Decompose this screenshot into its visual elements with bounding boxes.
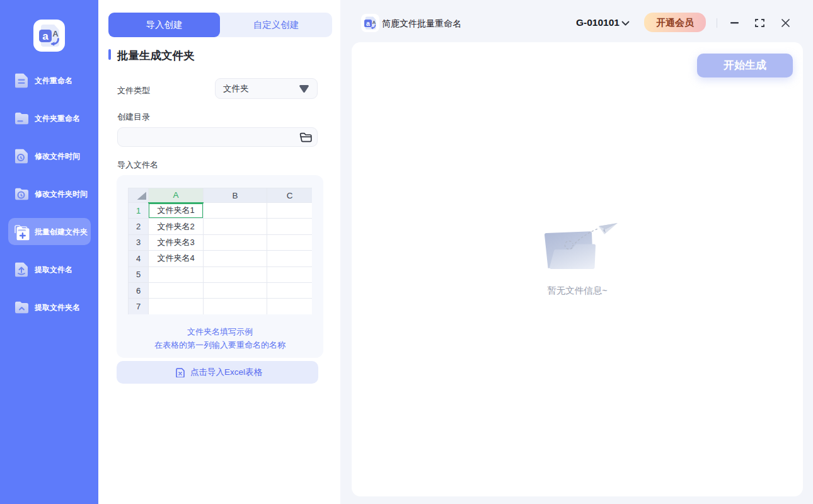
svg-text:a: a [42,30,49,42]
svg-text:A: A [372,20,376,25]
svg-text:a: a [366,20,370,27]
svg-text:A: A [52,29,59,38]
